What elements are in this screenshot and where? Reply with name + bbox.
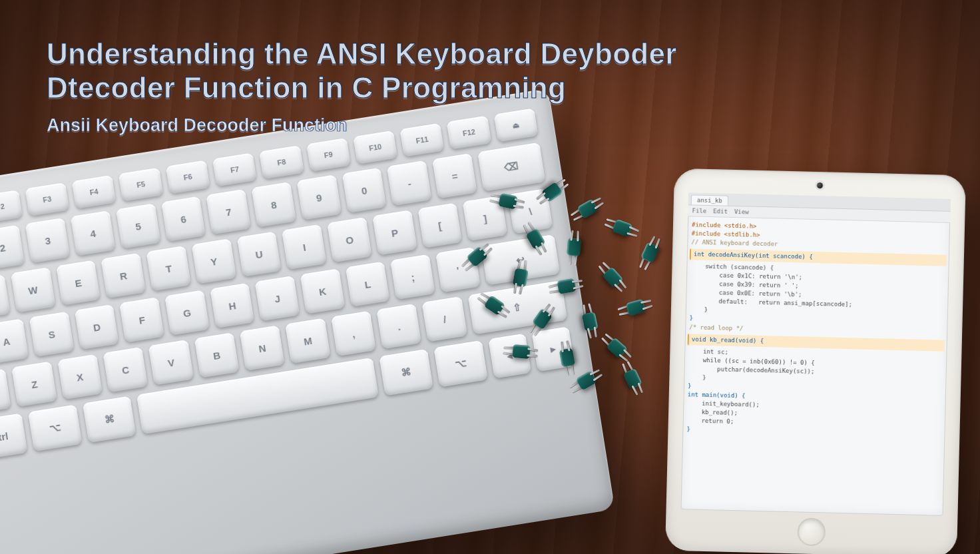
- capacitor-icon: [619, 362, 646, 395]
- key: 6: [161, 196, 206, 242]
- key: \: [508, 188, 553, 234]
- title-main: Understanding the ANSI Keyboard Deyboder…: [47, 37, 677, 105]
- key: C: [103, 347, 148, 393]
- key: T: [146, 246, 191, 291]
- key: 2: [0, 225, 25, 270]
- key: E: [56, 260, 101, 305]
- key: K: [300, 268, 345, 314]
- title-block: Understanding the ANSI Keyboard Deyboder…: [47, 37, 677, 136]
- key: 3: [25, 218, 70, 263]
- key: .: [376, 304, 421, 350]
- key: J: [255, 276, 300, 321]
- key: F2: [0, 190, 23, 224]
- key: H: [210, 283, 254, 328]
- key: G: [164, 290, 209, 335]
- key: 8: [252, 182, 296, 227]
- menu-item: Edit: [713, 208, 728, 215]
- key: F9: [306, 138, 351, 172]
- code-editor: #include <stdio.h>#include <stdlib.h>// …: [682, 216, 950, 445]
- key: ▸: [531, 326, 575, 372]
- keyboard: EscF1F2F3F4F5F6F7F8F9F10F11F12⏏`12345678…: [0, 89, 615, 554]
- key: N: [240, 325, 285, 371]
- key: =: [432, 153, 477, 198]
- capacitor-icon: [597, 261, 628, 294]
- key: ⌫: [477, 142, 545, 192]
- capacitor-icon: [619, 296, 652, 320]
- key: ⇧: [467, 280, 567, 335]
- key: P: [372, 210, 417, 255]
- key: V: [148, 340, 194, 386]
- key: Q: [0, 274, 10, 320]
- key: ;: [390, 254, 435, 300]
- key: L: [346, 261, 390, 306]
- key: F6: [166, 160, 210, 194]
- key: 0: [342, 167, 386, 212]
- key: F4: [72, 175, 117, 209]
- capacitor-icon: [601, 332, 633, 363]
- menu-item: View: [734, 208, 749, 216]
- key: D: [75, 304, 119, 350]
- keyboard-rows: EscF1F2F3F4F5F6F7F8F9F10F11F12⏏`12345678…: [0, 108, 575, 469]
- capacitor-icon: [605, 215, 638, 240]
- tablet: ansi_kb FileEditView #include <stdio.h>#…: [665, 168, 966, 554]
- title-line1: Understanding the ANSI Keyboard Deyboder: [47, 37, 677, 70]
- capacitor-icon: [636, 236, 663, 270]
- menu-item: File: [692, 207, 706, 214]
- key: ': [435, 247, 480, 292]
- key: /: [422, 296, 467, 342]
- key: Z: [12, 362, 57, 408]
- key: 7: [206, 189, 251, 234]
- key: ⌘: [379, 349, 433, 396]
- key: X: [57, 354, 103, 400]
- key: 4: [71, 210, 115, 256]
- title-line2: Dtecoder Function in C Programning: [47, 71, 566, 104]
- key: ↩: [481, 234, 560, 286]
- key: I: [282, 224, 326, 270]
- key: ◂: [488, 334, 531, 379]
- key: W: [11, 267, 55, 312]
- key: M: [285, 318, 330, 364]
- key: 5: [116, 203, 160, 248]
- scene: Understanding the ANSI Keyboard Deyboder…: [0, 0, 980, 554]
- key: F5: [119, 168, 163, 202]
- key: F7: [212, 152, 257, 186]
- key: B: [194, 332, 239, 378]
- key: ]: [463, 196, 507, 241]
- editor-tab: ansi_kb: [691, 194, 728, 205]
- key: -: [387, 160, 431, 206]
- key: R: [101, 253, 146, 298]
- key: F: [120, 297, 164, 342]
- key: F8: [259, 145, 304, 179]
- key: U: [236, 231, 281, 276]
- key: ,: [331, 311, 376, 357]
- key: 9: [296, 174, 341, 220]
- capacitor-icon: [571, 195, 604, 224]
- key: F3: [25, 182, 69, 216]
- key: ⌥: [433, 340, 487, 388]
- key: O: [327, 217, 371, 262]
- key: ctrl: [0, 413, 27, 460]
- key: S: [29, 312, 74, 357]
- key: [: [417, 202, 462, 248]
- key: ⌥: [28, 404, 82, 451]
- keyboard-body: EscF1F2F3F4F5F6F7F8F9F10F11F12⏏`12345678…: [0, 89, 615, 554]
- title-sub: Ansii Keyboard Decooder Function: [47, 115, 677, 136]
- key: ⌘: [83, 396, 136, 443]
- key: Y: [192, 238, 236, 284]
- tablet-screen: ansi_kb FileEditView #include <stdio.h>#…: [681, 192, 951, 515]
- key: A: [0, 318, 29, 364]
